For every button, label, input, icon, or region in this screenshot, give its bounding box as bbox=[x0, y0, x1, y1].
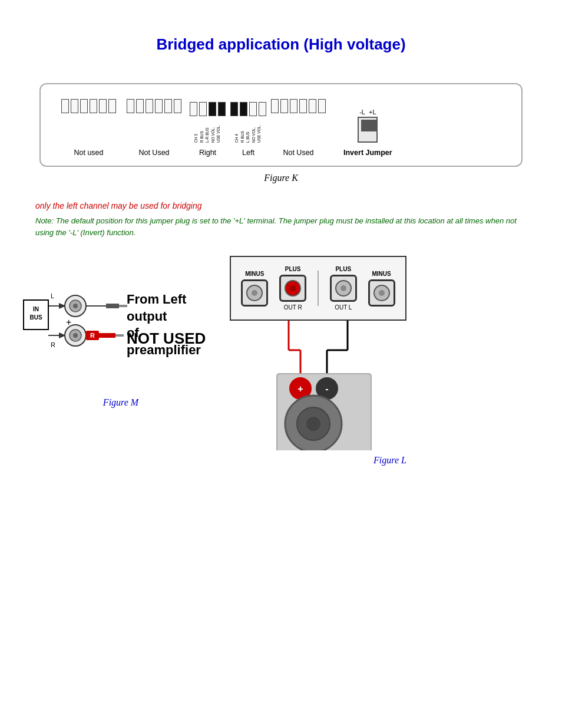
terminal-label-minus-left: MINUS bbox=[245, 271, 264, 277]
vlabel-rbus: R BUS bbox=[200, 118, 204, 143]
vlabel-ch3: CH 3 bbox=[194, 118, 199, 143]
figure-k-diagram: Not used Not Used CH 3 bbox=[39, 83, 523, 167]
dip-left-2 bbox=[240, 102, 247, 116]
dip-2 bbox=[71, 99, 78, 113]
dip-right-4 bbox=[218, 102, 226, 116]
svg-point-37 bbox=[306, 417, 320, 431]
dip-1 bbox=[61, 99, 69, 113]
svg-point-7 bbox=[73, 304, 78, 308]
svg-text:IN: IN bbox=[33, 306, 39, 312]
section-label-not-used-1: Not used bbox=[74, 149, 103, 157]
green-note-text: Note: The default position for this jump… bbox=[35, 215, 527, 238]
svg-rect-21 bbox=[99, 333, 115, 338]
dip-12 bbox=[174, 99, 181, 113]
terminal-plus-out-r: PLUS OUT R bbox=[279, 266, 306, 311]
terminal-jack-plus-r bbox=[279, 275, 306, 302]
section-label-right: Right bbox=[199, 149, 216, 157]
terminal-label-minus-right: MINUS bbox=[372, 271, 391, 277]
section-not-used-1: Not used bbox=[61, 99, 116, 157]
jumper-plus-l: +L bbox=[369, 108, 376, 116]
terminal-divider bbox=[318, 271, 319, 306]
dip-10 bbox=[155, 99, 163, 113]
figure-m-caption: Figure M bbox=[12, 397, 230, 408]
terminal-minus-right: MINUS bbox=[368, 271, 395, 307]
dip-left-1 bbox=[230, 102, 238, 116]
figure-l-caption: Figure L bbox=[230, 455, 550, 466]
section-not-used-2: Not Used bbox=[127, 99, 181, 157]
vlabel-novol: NO VOL. bbox=[211, 118, 216, 143]
terminal-jack-minus-left bbox=[241, 279, 268, 307]
svg-text:L: L bbox=[51, 292, 54, 299]
dip-left-4 bbox=[259, 102, 266, 116]
dip-8 bbox=[136, 99, 144, 113]
dip-right-3 bbox=[209, 102, 216, 116]
dip-right-1 bbox=[190, 102, 197, 116]
section-right: CH 3 R BUS L-R BUS NO VOL. USE VOL. Righ… bbox=[190, 102, 226, 157]
dip-left-3 bbox=[249, 102, 257, 116]
dip-13 bbox=[271, 99, 279, 113]
section-left: CH 4 R BUS L BUS NO VOL. USE VOL. Left bbox=[230, 102, 266, 157]
vlabel-rbus2: R BUS bbox=[241, 118, 245, 143]
dip-4 bbox=[90, 99, 97, 113]
svg-text:-: - bbox=[325, 384, 328, 394]
dip-switch-row: Not used Not Used CH 3 bbox=[52, 96, 510, 157]
svg-text:R: R bbox=[51, 341, 55, 348]
svg-point-16 bbox=[73, 333, 78, 338]
dip-17 bbox=[309, 99, 316, 113]
svg-text:+: + bbox=[297, 384, 303, 394]
dip-11 bbox=[164, 99, 172, 113]
dip-3 bbox=[80, 99, 88, 113]
vlabel-usevol: USE VOL. bbox=[217, 118, 221, 143]
dip-15 bbox=[290, 99, 297, 113]
not-used-text: NOT USED bbox=[127, 330, 206, 348]
page-title: Bridged application (High voltage) bbox=[0, 35, 562, 54]
section-label-left: Left bbox=[242, 149, 254, 157]
terminal-label-plus-l: PLUS bbox=[335, 266, 351, 272]
jumper-pin-labels: -L +L bbox=[359, 108, 376, 116]
red-notice-text: only the left channel may be used for br… bbox=[35, 201, 562, 210]
section-label-not-used-3: Not Used bbox=[283, 149, 313, 157]
dip-14 bbox=[280, 99, 288, 113]
dip-9 bbox=[146, 99, 153, 113]
figure-m-area: IN BUS L bbox=[12, 256, 230, 466]
svg-rect-10 bbox=[106, 304, 119, 308]
dip-6 bbox=[108, 99, 116, 113]
jumper-minus-l: -L bbox=[359, 108, 365, 116]
vlabel-novol2: NO VOL. bbox=[252, 118, 256, 143]
terminal-label-plus-r: PLUS bbox=[285, 266, 301, 272]
terminal-jack-minus-right bbox=[368, 279, 395, 307]
invert-jumper-label: Invert Jumper bbox=[343, 149, 392, 157]
dip-16 bbox=[299, 99, 307, 113]
dip-18 bbox=[318, 99, 326, 113]
terminal-plus-out-l: PLUS OUT L bbox=[330, 266, 357, 311]
out-l-label: OUT L bbox=[335, 304, 352, 311]
terminal-board: MINUS PLUS OUT R bbox=[230, 256, 406, 321]
invert-jumper-section: -L +L Invert Jumper bbox=[343, 108, 392, 157]
svg-rect-11 bbox=[119, 305, 127, 307]
section-not-used-3: Not Used bbox=[271, 99, 326, 157]
jumper-body bbox=[358, 117, 378, 143]
jumper-shunt bbox=[361, 120, 376, 131]
terminal-jack-plus-l bbox=[330, 275, 357, 302]
svg-text:+: + bbox=[66, 317, 71, 327]
svg-text:BUS: BUS bbox=[29, 314, 42, 321]
vlabel-ch4: CH 4 bbox=[235, 118, 239, 143]
vlabel-lbus: L BUS bbox=[246, 118, 250, 143]
svg-rect-22 bbox=[115, 334, 124, 337]
dip-7 bbox=[127, 99, 134, 113]
bottom-diagrams: IN BUS L bbox=[0, 256, 562, 466]
svg-text:R: R bbox=[90, 332, 95, 339]
figure-l-area: MINUS PLUS OUT R bbox=[230, 256, 550, 466]
dip-right-2 bbox=[199, 102, 207, 116]
vlabel-usevol2: USE VOL. bbox=[257, 118, 262, 143]
figure-k-caption: Figure K bbox=[0, 173, 562, 183]
figure-l-wiring-svg: + - bbox=[230, 321, 418, 450]
terminal-minus-left: MINUS bbox=[241, 271, 268, 307]
section-label-not-used-2: Not Used bbox=[138, 149, 169, 157]
dip-5 bbox=[99, 99, 107, 113]
out-r-label: OUT R bbox=[284, 304, 302, 311]
vlabel-lrbus: L-R BUS bbox=[206, 118, 210, 143]
from-left-text: From Left outputof preamplifier bbox=[127, 291, 212, 358]
